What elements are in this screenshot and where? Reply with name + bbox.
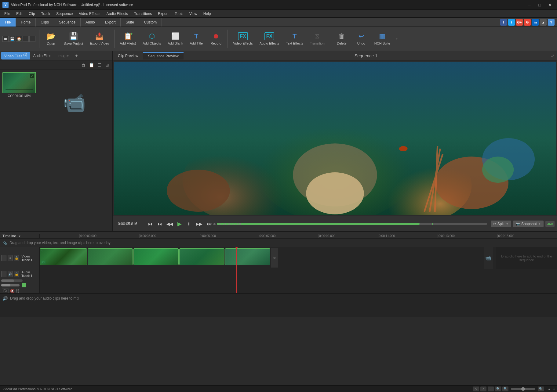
playhead[interactable] bbox=[236, 247, 237, 269]
menu-export[interactable]: Export bbox=[155, 10, 172, 17]
scroll-expand[interactable]: ↔ bbox=[488, 387, 494, 391]
video-track-content[interactable]: ✎ FX ✕ Drag clip here to bbox=[40, 247, 557, 269]
twitter-icon[interactable]: t bbox=[508, 19, 515, 26]
tab-clips[interactable]: Clips bbox=[36, 18, 54, 27]
audio-fx-button[interactable]: FX bbox=[2, 289, 9, 293]
quick-icon-4[interactable]: ← bbox=[23, 36, 29, 42]
toolbar-more[interactable]: » bbox=[394, 30, 399, 48]
record-button[interactable]: ⏺ Record bbox=[207, 28, 225, 49]
audio-minus-button[interactable]: − bbox=[1, 271, 6, 277]
media-list-icon[interactable]: ☰ bbox=[96, 62, 103, 68]
video-clip-3[interactable] bbox=[133, 248, 179, 265]
facebook-icon[interactable]: f bbox=[500, 19, 507, 26]
camera-add-icon[interactable]: 📹 bbox=[484, 247, 493, 269]
audio-link-icon[interactable]: ⛓ bbox=[16, 289, 20, 293]
media-tab-images[interactable]: Images bbox=[54, 52, 72, 59]
tab-suite[interactable]: Suite bbox=[121, 18, 139, 27]
video-effects-button[interactable]: FX Video Effects bbox=[230, 28, 255, 49]
video-clip-4[interactable] bbox=[179, 248, 224, 265]
scroll-left[interactable]: < bbox=[473, 387, 479, 391]
video-clip-5[interactable] bbox=[225, 248, 270, 265]
tab-export[interactable]: Export bbox=[100, 18, 121, 27]
text-effects-button[interactable]: T Text Effects bbox=[283, 28, 306, 49]
zoom-reset[interactable]: 🔍 bbox=[538, 387, 544, 391]
tab-home[interactable]: Home bbox=[16, 18, 36, 27]
track-lock-button[interactable]: 🔒 bbox=[14, 255, 19, 261]
export-video-button[interactable]: 📤 Export Video bbox=[87, 28, 112, 49]
tab-custom[interactable]: Custom bbox=[139, 18, 162, 27]
delete-button[interactable]: 🗑 Delete bbox=[333, 28, 351, 49]
google-plus-icon[interactable]: G+ bbox=[516, 19, 523, 26]
tab-audio[interactable]: Audio bbox=[81, 18, 100, 27]
undo-button[interactable]: ↩ Undo bbox=[352, 28, 370, 49]
video-clip-2[interactable] bbox=[88, 248, 133, 265]
zoom-in[interactable]: 🔍 bbox=[502, 387, 508, 391]
open-button[interactable]: 📂 Open bbox=[42, 28, 60, 49]
help-icon[interactable]: ? bbox=[548, 19, 555, 26]
audio-mute-icon[interactable]: 🔇 bbox=[10, 289, 15, 293]
expand-icon[interactable]: ⤢ bbox=[548, 52, 557, 59]
sequence-preview-tab[interactable]: Sequence Preview bbox=[143, 52, 184, 59]
menu-audio-effects[interactable]: Audio Effects bbox=[104, 10, 131, 17]
transition-button[interactable]: ⧖ Transition bbox=[307, 28, 327, 49]
snapshot-button[interactable]: 📷 Snapshot ▼ bbox=[513, 221, 544, 227]
menu-help[interactable]: Help bbox=[200, 10, 214, 17]
save-project-button[interactable]: 💾 Save Project bbox=[61, 28, 86, 49]
menu-transitions[interactable]: Transitions bbox=[131, 10, 155, 17]
menu-view[interactable]: View bbox=[186, 10, 200, 17]
rewind-button[interactable]: ◀◀ bbox=[166, 220, 174, 228]
media-tab-add[interactable]: + bbox=[72, 52, 80, 60]
audio-volume-slider[interactable] bbox=[1, 279, 23, 282]
quick-icon-3[interactable]: 🏠 bbox=[16, 36, 22, 42]
track-mute-button[interactable]: ○ bbox=[8, 255, 13, 261]
quick-icon-1[interactable]: ◼ bbox=[2, 36, 9, 42]
audio-effects-button[interactable]: FX Audio Effects bbox=[257, 28, 282, 49]
snapshot-dropdown-icon[interactable]: ▼ bbox=[538, 222, 541, 225]
google-icon[interactable]: G bbox=[524, 19, 531, 26]
linkedin-icon[interactable]: in bbox=[532, 19, 539, 26]
zoom-slider[interactable] bbox=[511, 388, 535, 390]
add-blank-button[interactable]: ⬜ Add Blank bbox=[165, 28, 186, 49]
split-dropdown-icon[interactable]: ▼ bbox=[506, 222, 509, 225]
media-tab-video[interactable]: Video Files (1) bbox=[1, 52, 30, 59]
go-start-button[interactable]: ⏮ bbox=[146, 220, 155, 228]
track-minus-button[interactable]: − bbox=[1, 255, 6, 261]
clip-preview-tab[interactable]: Clip Preview bbox=[113, 52, 143, 59]
zoom-out[interactable]: 🔍 bbox=[495, 387, 501, 391]
media-delete-icon[interactable]: 🗑 bbox=[80, 62, 87, 68]
audio-pan-slider[interactable] bbox=[1, 284, 20, 286]
maximize-button[interactable]: □ bbox=[535, 2, 544, 8]
split-button[interactable]: ✂ Split ▼ bbox=[491, 221, 511, 227]
menu-video-effects[interactable]: Video Effects bbox=[76, 10, 103, 17]
play-button[interactable]: ▶ bbox=[175, 220, 184, 228]
scroll-right[interactable]: > bbox=[480, 387, 486, 391]
audio-lock-button[interactable]: 🔒 bbox=[14, 271, 19, 277]
menu-sequence[interactable]: Sequence bbox=[53, 10, 76, 17]
video-file-item[interactable]: ✓ GOPR1001.MP4 bbox=[2, 72, 36, 133]
prev-frame-button[interactable]: ⏭ bbox=[156, 220, 164, 228]
more-icon[interactable]: ▲ bbox=[540, 19, 547, 26]
media-grid-icon[interactable]: ⊞ bbox=[104, 62, 111, 68]
quick-icon-2[interactable]: 💾 bbox=[9, 36, 15, 42]
add-objects-button[interactable]: ⬡ Add Objects bbox=[140, 28, 164, 49]
track-end-x[interactable]: ✕ bbox=[271, 248, 278, 268]
btn-360[interactable]: 360 bbox=[545, 221, 555, 227]
timeline-dropdown-icon[interactable]: ▼ bbox=[18, 235, 21, 238]
add-files-button[interactable]: 📋+ Add File(s) bbox=[117, 28, 139, 49]
menu-tools[interactable]: Tools bbox=[172, 10, 186, 17]
nch-suite-button[interactable]: ▦ NCH Suite bbox=[372, 28, 393, 49]
pause-button[interactable]: ⏸ bbox=[185, 220, 194, 228]
quick-icon-5[interactable]: → bbox=[29, 36, 35, 42]
menu-clip[interactable]: Clip bbox=[26, 10, 38, 17]
minimize-button[interactable]: ─ bbox=[525, 2, 534, 8]
tab-file[interactable]: File bbox=[0, 18, 16, 27]
media-copy-icon[interactable]: 📋 bbox=[88, 62, 95, 68]
menu-file[interactable]: File bbox=[1, 10, 13, 17]
forward-button[interactable]: ▶▶ bbox=[195, 220, 203, 228]
video-clip-1[interactable]: ✎ FX bbox=[40, 248, 87, 265]
tab-sequence[interactable]: Sequence bbox=[54, 18, 81, 27]
menu-track[interactable]: Track bbox=[38, 10, 53, 17]
close-button[interactable]: ✕ bbox=[545, 2, 555, 8]
add-title-button[interactable]: T Add Title bbox=[187, 28, 206, 49]
menu-edit[interactable]: Edit bbox=[13, 10, 26, 17]
